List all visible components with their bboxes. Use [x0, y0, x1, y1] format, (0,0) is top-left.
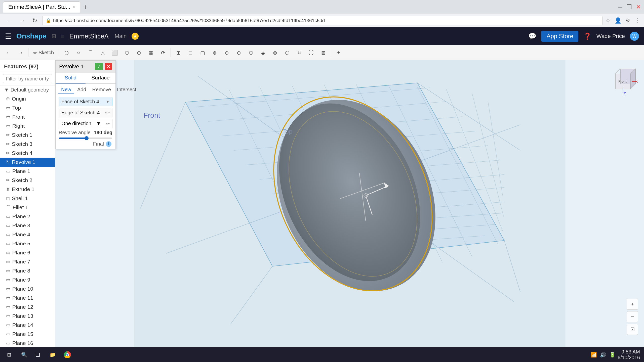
feature-item-sketch4[interactable]: ✏ Sketch 4	[0, 149, 55, 158]
tool-10[interactable]: ⊞	[173, 48, 184, 58]
feature-item-plane14[interactable]: ▭ Plane 14	[0, 321, 55, 330]
revolve-tab-solid[interactable]: Solid	[56, 73, 86, 83]
zoom-in-button[interactable]: +	[627, 299, 638, 310]
tool-18[interactable]: ⊛	[269, 48, 280, 58]
revolve-cancel-button[interactable]: ✕	[105, 63, 112, 70]
revolve-tab-surface[interactable]: Surface	[86, 73, 115, 83]
direction-edit-icon[interactable]: ✏	[106, 121, 110, 126]
minimize-btn[interactable]: ─	[618, 4, 622, 11]
feature-item-plane12[interactable]: ▭ Plane 12	[0, 302, 55, 311]
features-search-input[interactable]	[3, 74, 52, 83]
tool-more[interactable]: +	[333, 48, 344, 58]
hamburger-menu[interactable]: ☰	[5, 32, 11, 40]
revolve-confirm-button[interactable]: ✓	[95, 63, 103, 70]
chat-icon[interactable]: 💬	[528, 32, 536, 40]
new-tab-button[interactable]: +	[81, 3, 89, 11]
feature-item-fillet1[interactable]: ⌒ Fillet 1	[0, 203, 55, 212]
feature-item-plane10[interactable]: ▭ Plane 10	[0, 284, 55, 293]
start-button[interactable]: ⊞	[4, 349, 16, 361]
feature-item-plane7[interactable]: ▭ Plane 7	[0, 257, 55, 266]
viewport[interactable]: Front Top Z X	[55, 60, 644, 350]
back-button[interactable]: ←	[4, 16, 14, 25]
undo-button[interactable]: ←	[3, 48, 14, 58]
tool-4[interactable]: △	[97, 48, 108, 58]
browser-tab[interactable]: EmmetSliceA | Part Stu... ×	[3, 2, 80, 13]
tool-22[interactable]: ⊠	[318, 48, 329, 58]
tool-3[interactable]: ⌒	[85, 48, 96, 58]
feature-item-extrude1[interactable]: ⬆ Extrude 1	[0, 185, 55, 194]
edge-edit-icon[interactable]: ✏	[105, 110, 110, 115]
fit-view-button[interactable]: ⊡	[627, 324, 638, 335]
feature-item-plane4[interactable]: ▭ Plane 4	[0, 230, 55, 239]
feature-item-plane6[interactable]: ▭ Plane 6	[0, 248, 55, 257]
revolve-angle-slider[interactable]	[59, 137, 112, 140]
tool-17[interactable]: ◈	[257, 48, 268, 58]
feature-item-revolve1[interactable]: ↻ Revolve 1	[0, 158, 55, 167]
app-store-button[interactable]: App Store	[541, 31, 578, 42]
feature-item-origin[interactable]: ⊕ Origin	[0, 94, 55, 103]
feature-item-sketch3[interactable]: ✏ Sketch 3	[0, 140, 55, 149]
user-name-label[interactable]: Wade Price	[596, 33, 625, 39]
user-avatar[interactable]: W	[630, 32, 639, 41]
forward-button[interactable]: →	[17, 16, 27, 25]
tool-7[interactable]: ⊕	[133, 48, 144, 58]
tab-close-btn[interactable]: ×	[72, 5, 75, 10]
orientation-cube[interactable]: Z X Front	[608, 66, 638, 97]
revolve-direction-select[interactable]: One direction ▼ ✏	[59, 119, 112, 128]
feature-item-plane16[interactable]: ▭ Plane 16	[0, 339, 55, 348]
feature-item-plane15[interactable]: ▭ Plane 15	[0, 330, 55, 339]
feature-item-plane8[interactable]: ▭ Plane 8	[0, 266, 55, 275]
tool-9[interactable]: ⟳	[157, 48, 169, 58]
redo-button[interactable]: →	[15, 48, 26, 58]
revolve-info-button[interactable]: i	[106, 141, 111, 147]
search-taskbar-button[interactable]: 🔍	[18, 349, 30, 361]
revolve-subtab-remove[interactable]: Remove	[89, 86, 114, 94]
feature-item-plane13[interactable]: ▭ Plane 13	[0, 311, 55, 321]
address-bar[interactable]: 🔒 https://cad.onshape.com/documents/5760…	[42, 16, 602, 25]
help-icon[interactable]: ❓	[583, 32, 591, 40]
branch-icon[interactable]: ★	[132, 33, 139, 40]
slider-thumb[interactable]	[85, 136, 89, 140]
feature-item-right[interactable]: ▭ Right	[0, 121, 55, 130]
reload-button[interactable]: ↻	[30, 16, 39, 25]
tool-2[interactable]: ○	[73, 48, 84, 58]
tool-12[interactable]: ▢	[197, 48, 208, 58]
tool-20[interactable]: ≋	[294, 48, 305, 58]
feature-item-plane9[interactable]: ▭ Plane 9	[0, 275, 55, 284]
tool-15[interactable]: ⊝	[233, 48, 244, 58]
feature-item-plane11[interactable]: ▭ Plane 11	[0, 293, 55, 302]
tool-5[interactable]: ⬜	[109, 48, 120, 58]
menu-icon[interactable]: ⋮	[634, 17, 640, 24]
battery-icon[interactable]: 🔋	[609, 352, 616, 358]
extensions-icon[interactable]: ⚙	[625, 17, 630, 24]
feature-item-plane3[interactable]: ▭ Plane 3	[0, 221, 55, 230]
revolve-edge-field[interactable]: Edge of Sketch 4 ✏	[59, 108, 112, 117]
tool-14[interactable]: ⊙	[221, 48, 232, 58]
chrome-taskbar-button[interactable]	[61, 349, 74, 361]
feature-item-sketch1[interactable]: ✏ Sketch 1	[0, 130, 55, 140]
taskbar-clock[interactable]: 9:53 AM 6/10/2016	[618, 349, 640, 360]
feature-item-plane1[interactable]: ▭ Plane 1	[0, 167, 55, 176]
bookmark-icon[interactable]: ☆	[606, 17, 611, 24]
feature-item-plane5[interactable]: ▭ Plane 5	[0, 239, 55, 248]
task-view-button[interactable]: ❑	[32, 349, 45, 361]
feature-item-sketch2[interactable]: ✏ Sketch 2	[0, 176, 55, 185]
feature-item-shell1[interactable]: ◻ Shell 1	[0, 194, 55, 203]
tool-6[interactable]: ⬡	[121, 48, 132, 58]
tool-1[interactable]: ⬡	[61, 48, 72, 58]
tool-8[interactable]: ▦	[145, 48, 156, 58]
tool-21[interactable]: ⛶	[306, 48, 317, 58]
volume-icon[interactable]: 🔊	[600, 352, 606, 358]
tool-19[interactable]: ⬡	[281, 48, 293, 58]
zoom-out-button[interactable]: −	[627, 311, 638, 322]
sketch-tool[interactable]: ✏ Sketch	[30, 48, 57, 58]
tool-11[interactable]: ◻	[185, 48, 196, 58]
file-explorer-button[interactable]: 📁	[47, 349, 59, 361]
user-profile-icon[interactable]: 👤	[615, 17, 621, 24]
revolve-subtab-add[interactable]: Add	[74, 86, 89, 94]
tool-16[interactable]: ⌬	[245, 48, 256, 58]
wifi-icon[interactable]: 📶	[591, 352, 597, 358]
revolve-subtab-new[interactable]: New	[58, 86, 74, 94]
feature-item-plane2[interactable]: ▭ Plane 2	[0, 212, 55, 221]
revolve-face-field[interactable]: Face of Sketch 4 ▼	[59, 97, 112, 106]
